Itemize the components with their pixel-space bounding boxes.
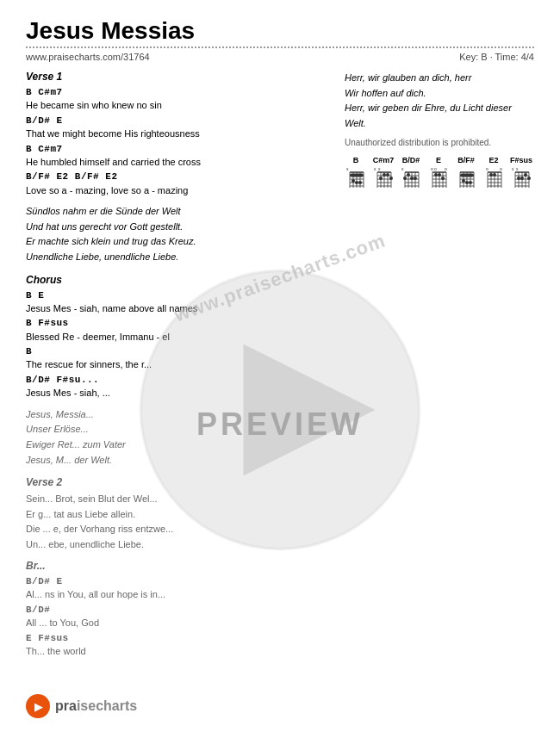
svg-point-59 — [434, 173, 438, 177]
right-german3: Herr, wir geben dir Ehre, du Licht diese… — [345, 101, 534, 131]
svg-point-74 — [465, 181, 469, 184]
verse2-lyric3: Die ... e, der Vorhang riss entzwe... — [26, 522, 327, 537]
bridge-line1: B/D# E Al... ns in You, all our hope is … — [26, 575, 327, 602]
right-german-block: Herr, wir glauben an dich, herr Wir hoff… — [345, 71, 534, 131]
verse1-chord1: B C#m7 — [26, 86, 327, 98]
chord-diagram-BF: B/F# — [455, 156, 477, 189]
play-icon: ▶ — [34, 700, 43, 713]
chord-grid-E2: o o — [484, 166, 503, 189]
svg-point-89 — [493, 173, 496, 177]
url-keyline: www.praisecharts.com/31764 Key: B · Time… — [26, 52, 534, 62]
svg-text:x: x — [512, 166, 514, 171]
chord-diagram-BD: B/D# x — [400, 156, 422, 189]
svg-text:x: x — [401, 166, 404, 171]
chorus-lyric4: Jesus Mes - siah, ... — [26, 386, 327, 400]
verse2-lyric4: Un... ebe, unendliche Liebe. — [26, 537, 327, 552]
chorus-lyric1: Jesus Mes - siah, name above all names — [26, 301, 327, 316]
right-column: Herr, wir glauben an dich, herr Wir hoff… — [345, 71, 534, 666]
verse1-german-block: Sündlos nahm er die Sünde der Welt Und h… — [26, 204, 327, 264]
chord-diagram-B: B x — [345, 156, 367, 189]
svg-point-60 — [438, 173, 441, 177]
verse1-line3: B C#m7 He humbled himself and carried th… — [26, 143, 327, 170]
chorus-line2: B F#sus Blessed Re - deemer, Immanu - el — [26, 317, 327, 344]
left-column: Verse 1 B C#m7 He became sin who knew no… — [26, 71, 327, 666]
bridge-lyric1: Al... ns in You, all our hope is in... — [26, 587, 327, 602]
verse1-chord3: B C#m7 — [26, 143, 327, 155]
unauthorized-text: Unauthorized distribution is prohibited. — [345, 138, 534, 147]
svg-point-103 — [520, 177, 524, 180]
svg-point-102 — [517, 177, 520, 180]
main-content: Verse 1 B C#m7 He became sin who knew no… — [26, 71, 534, 666]
footer: ▶ praisecharts — [26, 694, 137, 718]
svg-point-29 — [379, 177, 383, 180]
bridge-chord1: B/D# E — [26, 575, 327, 587]
bridge-block: B/D# E Al... ns in You, all our hope is … — [26, 575, 327, 658]
verse2-lyric2: Er g... tat aus Liebe allein. — [26, 507, 327, 522]
verse2-lyric1: Sein... Brot, sein Blut der Wel... — [26, 492, 327, 506]
footer-brand-text: praisecharts — [55, 698, 137, 714]
verse1-line2: B/D# E That we might become His righteou… — [26, 115, 327, 141]
bridge-line2: B/D# All ... to You, God — [26, 604, 327, 630]
footer-text2: isecharts — [77, 698, 137, 713]
verse1-line4: B/F# E2 B/F# E2 Love so a - mazing, love… — [26, 171, 327, 197]
title-separator — [26, 47, 534, 48]
chorus-line3: B The rescue for sinners, the r... — [26, 345, 327, 372]
verse1-german2: Und hat uns gerecht vor Gott gestellt. — [26, 220, 327, 235]
verse2-block: Sein... Brot, sein Blut der Wel... Er g.… — [26, 492, 327, 551]
svg-rect-72 — [460, 174, 474, 177]
footer-logo: ▶ — [26, 694, 50, 718]
svg-point-104 — [524, 173, 527, 177]
verse1-lyric3: He humbled himself and carried the cross — [26, 155, 327, 170]
chorus-german4: Jesus, M... der Welt. — [26, 453, 327, 468]
page: Jesus Messias www.praisecharts.com/31764… — [0, 0, 560, 732]
bridge-label: Br... — [26, 560, 327, 572]
svg-point-45 — [414, 177, 417, 180]
bridge-lyric2: All ... to You, God — [26, 616, 327, 630]
svg-text:x: x — [346, 166, 349, 171]
svg-text:o: o — [431, 166, 433, 171]
svg-point-30 — [389, 177, 393, 180]
svg-text:o: o — [500, 166, 502, 171]
chord-grid-BD: x — [401, 166, 420, 189]
svg-point-13 — [355, 181, 358, 184]
svg-point-14 — [358, 181, 362, 184]
verse1-german3: Er machte sich klein und trug das Kreuz. — [26, 234, 327, 250]
svg-text:x: x — [374, 166, 376, 171]
chorus-block: B E Jesus Mes - siah, name above all nam… — [26, 289, 327, 400]
verse1-german1: Sündlos nahm er die Sünde der Welt — [26, 204, 327, 220]
chord-grid-Cm7: x x — [374, 166, 393, 189]
chord-diagrams-container: B x — [345, 156, 534, 189]
verse1-lyric4: Love so a - mazing, love so a - mazing — [26, 183, 327, 198]
svg-point-27 — [383, 173, 386, 177]
right-german2: Wir hoffen auf dich. — [345, 86, 534, 102]
svg-point-105 — [527, 177, 531, 180]
chorus-german2: Unser Erlöse... — [26, 422, 327, 437]
svg-point-28 — [386, 173, 389, 177]
chord-grid-E: o o o — [429, 166, 448, 189]
svg-point-88 — [489, 173, 493, 177]
svg-point-61 — [441, 177, 445, 180]
key-time-text: Key: B · Time: 4/4 — [459, 52, 534, 62]
verse1-chord2: B/D# E — [26, 115, 327, 127]
footer-text1: pra — [55, 698, 77, 713]
svg-rect-11 — [350, 174, 364, 177]
verse2-label: Verse 2 — [26, 476, 327, 488]
chorus-chord1: B E — [26, 289, 327, 301]
chord-diagram-Fsus: F#sus x x — [510, 156, 532, 189]
verse1-label: Verse 1 — [26, 71, 327, 83]
chorus-german1: Jesus, Messia... — [26, 407, 327, 423]
bridge-chord2: B/D# — [26, 604, 327, 616]
chord-grid-B: x — [346, 166, 365, 189]
chord-diagram-Cm7: C#m7 x x — [372, 156, 395, 189]
chorus-line1: B E Jesus Mes - siah, name above all nam… — [26, 289, 327, 316]
chorus-german-block: Jesus, Messia... Unser Erlöse... Ewiger … — [26, 407, 327, 468]
svg-point-12 — [352, 179, 355, 183]
verse1-lyric1: He became sin who knew no sin — [26, 98, 327, 113]
chorus-chord3: B — [26, 345, 327, 357]
svg-point-73 — [462, 179, 465, 183]
verse1-line1: B C#m7 He became sin who knew no sin — [26, 86, 327, 113]
svg-text:o: o — [445, 166, 447, 171]
chorus-chord2: B F#sus — [26, 317, 327, 329]
svg-point-75 — [469, 181, 472, 184]
verse1-german4: Unendliche Liebe, unendliche Liebe. — [26, 250, 327, 265]
